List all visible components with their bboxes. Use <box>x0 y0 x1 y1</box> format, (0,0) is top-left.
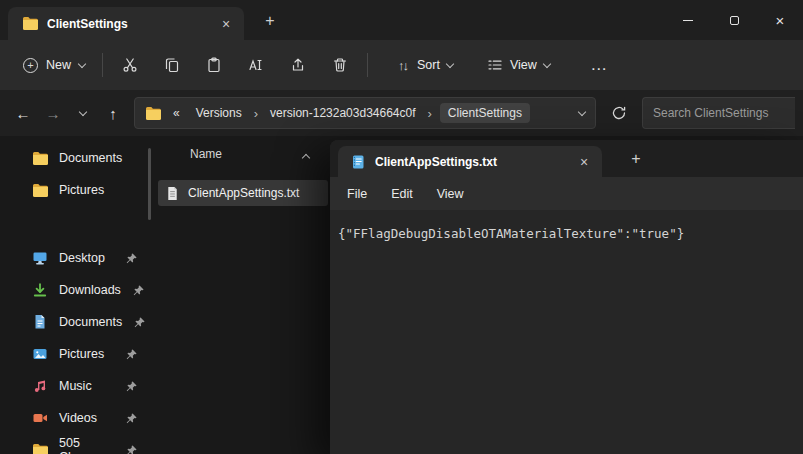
window-controls: × <box>665 0 803 40</box>
paste-icon <box>206 57 222 73</box>
folder-icon <box>145 107 161 120</box>
notepad-new-tab-button[interactable]: + <box>624 147 648 171</box>
sidebar-item-downloads[interactable]: Downloads <box>4 274 146 306</box>
menu-file[interactable]: File <box>335 182 379 206</box>
notepad-tab-close-button[interactable]: × <box>572 150 596 174</box>
close-button[interactable]: × <box>757 0 803 40</box>
view-button[interactable]: View <box>477 49 560 81</box>
minimize-icon <box>683 20 693 21</box>
paste-button[interactable] <box>193 47 235 83</box>
breadcrumb-overflow[interactable]: « <box>169 103 184 123</box>
sort-button-label: Sort <box>417 58 440 72</box>
address-dropdown-icon[interactable] <box>578 107 586 115</box>
downloads-icon <box>32 282 48 298</box>
delete-button[interactable] <box>319 47 361 83</box>
chevron-down-icon <box>543 59 551 67</box>
music-icon <box>32 378 48 394</box>
explorer-tab[interactable]: ClientSettings × <box>8 7 244 40</box>
folder-icon <box>22 17 38 30</box>
sidebar-scrollbar[interactable] <box>148 148 151 220</box>
menu-view[interactable]: View <box>425 182 476 206</box>
tab-close-button[interactable]: × <box>214 12 238 36</box>
sidebar-item-pictures[interactable]: Pictures <box>4 338 146 370</box>
sidebar-item-505-change[interactable]: 505 Change <box>4 434 146 454</box>
sidebar-item-documents-quick[interactable]: Documents <box>4 142 146 174</box>
pin-icon <box>125 444 138 454</box>
refresh-icon <box>611 105 627 121</box>
pin-icon <box>133 316 146 329</box>
sort-icon: ↑↓ <box>398 58 410 73</box>
breadcrumb-item[interactable]: version-1232a03d34664c0f <box>266 103 419 123</box>
sidebar-item-documents[interactable]: Documents <box>4 306 146 338</box>
sidebar-item-videos[interactable]: Videos <box>4 402 146 434</box>
cut-icon <box>122 57 138 73</box>
rename-button[interactable] <box>235 47 277 83</box>
copy-icon <box>164 57 180 73</box>
share-button[interactable] <box>277 47 319 83</box>
sidebar-item-label: 505 Change <box>59 436 114 454</box>
file-row-clientappsettings[interactable]: ClientAppSettings.txt <box>158 180 328 206</box>
text-file-icon <box>165 186 180 201</box>
pin-icon <box>125 252 138 265</box>
sidebar-item-pictures-quick[interactable]: Pictures <box>4 174 146 206</box>
column-header-label: Name <box>190 147 222 161</box>
refresh-button[interactable] <box>604 98 634 128</box>
share-icon <box>290 57 306 73</box>
notepad-window: ClientAppSettings.txt × + File Edit View… <box>330 140 803 454</box>
search-input[interactable] <box>643 106 795 120</box>
notepad-editor[interactable]: {"FFlagDebugDisableOTAMaterialTexture":"… <box>330 210 803 454</box>
maximize-button[interactable] <box>711 0 757 40</box>
address-bar-row: ← → ↑ « Versions › version-1232a03d34664… <box>0 90 803 136</box>
pictures-icon <box>32 346 48 362</box>
recent-locations-button[interactable] <box>68 98 98 128</box>
menu-edit[interactable]: Edit <box>379 182 425 206</box>
chevron-down-icon <box>79 107 87 115</box>
pin-icon <box>125 348 138 361</box>
desktop-icon <box>32 250 48 266</box>
command-toolbar: + New <box>0 40 803 90</box>
explorer-tab-title: ClientSettings <box>47 17 205 31</box>
folder-icon <box>32 184 48 197</box>
cut-button[interactable] <box>109 47 151 83</box>
new-button[interactable]: + New <box>12 51 96 80</box>
folder-icon <box>32 444 48 454</box>
sidebar-item-desktop[interactable]: Desktop <box>4 242 146 274</box>
file-name: ClientAppSettings.txt <box>188 186 299 200</box>
sidebar-item-label: Music <box>59 379 92 393</box>
rename-icon <box>248 57 264 73</box>
minimize-button[interactable] <box>665 0 711 40</box>
navigation-pane: Documents Pictures Desktop <box>0 142 150 454</box>
new-button-label: New <box>46 58 71 72</box>
chevron-down-icon <box>78 59 86 67</box>
sidebar-item-label: Documents <box>59 315 122 329</box>
videos-icon <box>32 410 48 426</box>
desktop: ClientSettings × + × + New <box>0 0 803 454</box>
chevron-down-icon <box>446 59 454 67</box>
address-bar[interactable]: « Versions › version-1232a03d34664c0f › … <box>134 97 596 129</box>
back-button[interactable]: ← <box>8 98 38 128</box>
up-button[interactable]: ↑ <box>98 98 128 128</box>
copy-button[interactable] <box>151 47 193 83</box>
sort-button[interactable]: ↑↓ Sort <box>388 50 463 81</box>
notepad-tab-bar: ClientAppSettings.txt × + <box>330 140 803 177</box>
new-plus-icon: + <box>23 58 38 73</box>
sidebar-item-music[interactable]: Music <box>4 370 146 402</box>
sidebar-item-label: Pictures <box>59 347 104 361</box>
notepad-menu-bar: File Edit View <box>330 177 803 210</box>
new-tab-button[interactable]: + <box>258 9 282 33</box>
more-options-button[interactable]: … <box>582 48 616 82</box>
forward-button[interactable]: → <box>38 98 68 128</box>
pin-icon <box>125 380 138 393</box>
view-icon <box>487 57 503 73</box>
toolbar-divider <box>367 53 368 77</box>
maximize-icon <box>730 16 739 25</box>
toolbar-divider <box>102 53 103 77</box>
sidebar-item-label: Desktop <box>59 251 105 265</box>
sidebar-item-label: Downloads <box>59 283 121 297</box>
search-box <box>642 97 795 129</box>
pin-icon <box>132 284 145 297</box>
breadcrumb-item-current[interactable]: ClientSettings <box>440 103 530 123</box>
breadcrumb-item[interactable]: Versions <box>192 103 246 123</box>
notepad-tab[interactable]: ClientAppSettings.txt × <box>338 146 602 177</box>
breadcrumb-separator: › <box>254 106 258 121</box>
